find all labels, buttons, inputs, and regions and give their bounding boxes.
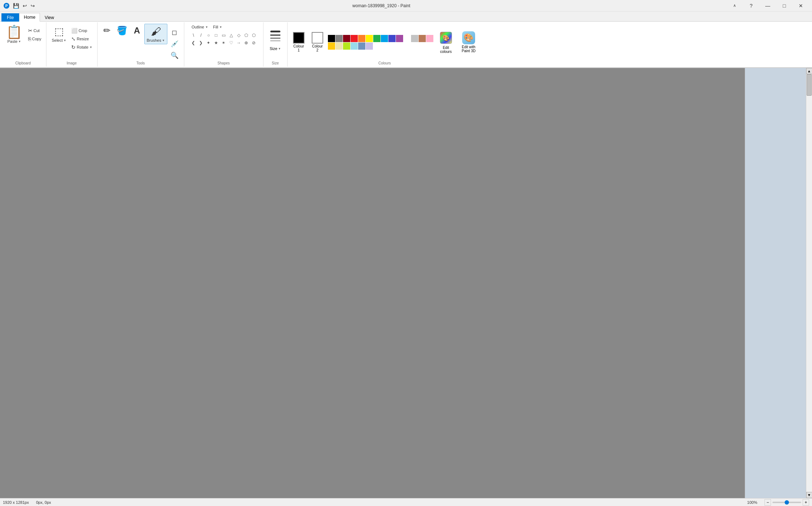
size-control[interactable]: Size ▼ [266,24,284,53]
resize-button[interactable]: ⤡ Resize [69,35,94,43]
shape-diagonal2[interactable]: / [197,32,204,39]
shape-plus[interactable]: ⊕ [243,39,250,46]
colour-swatch-15[interactable] [335,42,343,50]
tab-file[interactable]: File [1,13,19,22]
brushes-dropdown-arrow: ▼ [162,39,165,42]
colour-swatch-4[interactable] [358,35,365,42]
edit-colours-icon: 🎨 [439,31,452,44]
scroll-down-btn[interactable]: ▼ [806,492,812,498]
window-title: woman-1839998_1920 - Paint [352,3,410,8]
size-group: Size ▼ Size [263,22,288,67]
title-bar: P 💾 ↩ ↪ woman-1839998_1920 - Paint ∧ ? —… [0,0,812,12]
cursor-position: 0px, 0px [36,500,51,505]
shape-star5[interactable]: ★ [212,39,220,46]
colour-swatch-7[interactable] [381,35,388,42]
shape-triangle[interactable]: △ [227,32,235,39]
edit-paint3d-button[interactable]: 🎨 Edit withPaint 3D [459,30,479,55]
close-btn[interactable]: ✕ [793,0,809,12]
select-button[interactable]: ⬚ Select ▼ [49,24,69,44]
outline-button[interactable]: Outline ▼ [190,24,210,30]
ribbon: 📋 Paste ▼ ✂ Cut ⎘ Copy [0,22,812,68]
colour-swatch-14[interactable] [328,42,335,50]
maximize-btn[interactable]: □ [776,0,793,12]
shape-star4[interactable]: ✦ [205,39,212,46]
colour-swatch-10[interactable] [403,35,411,42]
minimize-btn[interactable]: — [759,0,776,12]
colour-swatch-11[interactable] [411,35,418,42]
colour-swatch-8[interactable] [388,35,396,42]
colour-swatch-3[interactable] [351,35,358,42]
colour-swatch-9[interactable] [396,35,403,42]
zoom-button[interactable]: 🔍 [168,50,181,60]
shape-pentagon[interactable]: ⬠ [243,32,250,39]
collapse-ribbon-btn[interactable]: ∧ [726,0,743,12]
save-quick-btn[interactable]: 💾 [12,2,21,9]
eraser-icon: ◻ [172,28,177,36]
zoom-out-btn[interactable]: − [764,499,771,506]
colour-swatch-16[interactable] [343,42,350,50]
fill-button[interactable]: 🪣 [114,24,130,37]
colour-swatch-2[interactable] [343,35,350,42]
colour-swatch-5[interactable] [366,35,373,42]
shape-star6[interactable]: ✶ [220,39,227,46]
help-btn[interactable]: ? [743,0,759,12]
eraser-button[interactable]: ◻ [168,27,181,37]
select-label: Select [52,38,63,42]
colour2-selector[interactable]: Colour2 [309,30,326,54]
redo-quick-btn[interactable]: ↪ [29,2,36,9]
colour-swatch-18[interactable] [358,42,365,50]
colours-group: Colour1 Colour2 [288,22,482,67]
select-icon: ⬚ [54,26,64,37]
pencil-button[interactable]: ✏ [100,24,113,37]
text-button[interactable]: A [131,24,144,37]
outline-label: Outline [191,25,204,29]
edit-colours-button[interactable]: 🎨 Editcolours [436,29,456,55]
vertical-scrollbar: ▲ ▼ [806,68,812,498]
colour-swatch-12[interactable] [419,35,426,42]
shape-arrow[interactable]: → [235,39,242,46]
fill-shapes-button[interactable]: Fill ▼ [211,24,224,30]
colour-swatch-1[interactable] [335,35,343,42]
shape-roundrect[interactable]: ▭ [220,32,227,39]
cut-copy-stack: ✂ Cut ⎘ Copy [26,24,43,43]
fill-shapes-label: Fill [213,25,218,29]
shape-rect[interactable]: □ [212,32,220,39]
shape-right-arrow[interactable]: ❯ [197,39,204,46]
shape-heart[interactable]: ♡ [227,39,235,46]
colour-swatch-6[interactable] [373,35,380,42]
crop-button[interactable]: ⬜ Crop [69,27,94,35]
colour-swatch-19[interactable] [366,42,373,50]
cut-button[interactable]: ✂ Cut [26,27,43,35]
brushes-button[interactable]: 🖌 Brushes ▼ [144,24,167,44]
tools-label: Tools [136,61,145,65]
paste-button[interactable]: 📋 Paste ▼ [3,24,26,45]
color-picker-button[interactable]: 💉 [168,39,181,49]
shape-circle[interactable]: ○ [205,32,212,39]
scroll-up-btn[interactable]: ▲ [806,68,812,74]
rotate-icon: ↻ [71,44,76,50]
edit-colours-label: Editcolours [440,46,452,54]
rotate-button[interactable]: ↻ Rotate ▼ [69,43,94,51]
edit-paint3d-label: Edit withPaint 3D [462,45,475,53]
colour-swatch-0[interactable] [328,35,335,42]
shape-minus-circle[interactable]: ⊘ [250,39,257,46]
shapes-label: Shapes [217,61,230,65]
copy-button[interactable]: ⎘ Copy [26,35,43,43]
scrollbar-thumb[interactable] [807,74,812,96]
shape-diagonal[interactable]: \ [190,32,197,39]
zoom-in-btn[interactable]: + [803,499,809,506]
colour-swatch-13[interactable] [426,35,433,42]
zoom-slider[interactable] [772,502,801,503]
tab-view[interactable]: View [40,13,59,22]
canvas-wrapper[interactable] [0,68,745,498]
colour-swatch-17[interactable] [351,42,358,50]
image-tools-stack: ⬜ Crop ⤡ Resize ↻ Rotate ▼ [69,24,94,51]
shape-left-arrow[interactable]: ❮ [190,39,197,46]
pencil-icon: ✏ [103,26,110,36]
shape-hexagon[interactable]: ⬡ [250,32,257,39]
tab-home[interactable]: Home [19,13,40,22]
zoom-slider-thumb[interactable] [785,500,789,505]
shape-diamond[interactable]: ◇ [235,32,242,39]
undo-quick-btn[interactable]: ↩ [21,2,28,9]
colour1-selector[interactable]: Colour1 [290,30,307,54]
